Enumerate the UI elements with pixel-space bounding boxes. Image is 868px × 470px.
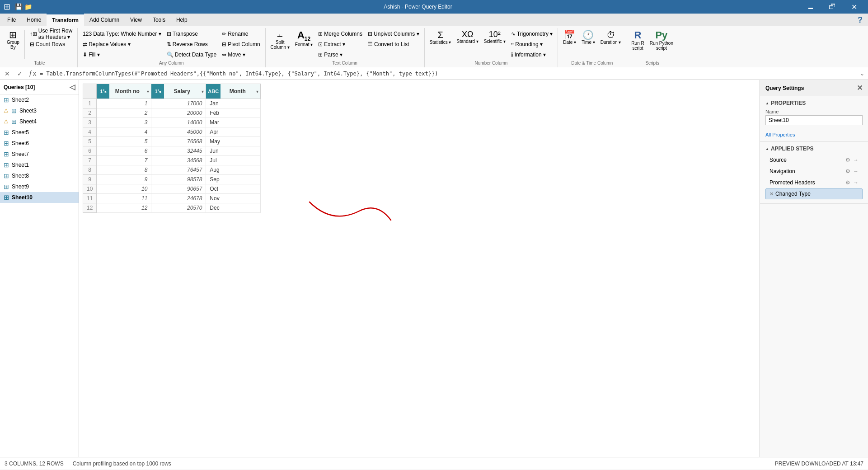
- query-item-sheet8[interactable]: ⊞ Sheet8: [0, 170, 79, 181]
- extract-icon: ⊡: [318, 41, 323, 47]
- count-rows-button[interactable]: ⊟ Count Rows: [28, 39, 75, 49]
- tab-file[interactable]: File: [2, 14, 21, 26]
- sheet2-name: Sheet2: [12, 97, 29, 103]
- duration-button[interactable]: ⏱ Duration ▾: [598, 29, 624, 46]
- query-item-sheet10[interactable]: ⊞ Sheet10: [0, 192, 79, 203]
- scripts-group-label: Scripts: [629, 60, 676, 66]
- tab-transform[interactable]: Transform: [47, 14, 84, 26]
- fill-button[interactable]: ⬇ Fill ▾: [80, 50, 164, 60]
- tab-tools[interactable]: Tools: [147, 14, 171, 26]
- rounding-button[interactable]: ≈ Rounding ▾: [509, 39, 555, 49]
- month-filter-button[interactable]: ▾: [254, 89, 260, 94]
- formula-expand-button[interactable]: ⌄: [858, 70, 866, 77]
- scientific-button[interactable]: 10² Scientific ▾: [482, 29, 508, 45]
- status-bar: 3 COLUMNS, 12 ROWS Column profiling base…: [0, 457, 868, 470]
- tab-help[interactable]: Help: [171, 14, 193, 26]
- query-item-sheet5[interactable]: ⊞ Sheet5: [0, 127, 79, 138]
- query-item-sheet4[interactable]: ⚠ ⊞ Sheet4: [0, 116, 79, 127]
- step-navigation[interactable]: Navigation ⚙ →: [765, 166, 863, 177]
- sheet2-icon: ⊞: [4, 96, 9, 103]
- step-source-gear[interactable]: ⚙: [845, 157, 850, 163]
- step-promoted-headers-label: Promoted Headers: [769, 179, 815, 186]
- reverse-rows-button[interactable]: ⇅ Reverse Rows: [164, 39, 219, 49]
- pivot-column-button[interactable]: ⊟ Pivot Column: [220, 39, 262, 49]
- information-button[interactable]: ℹ Information ▾: [509, 50, 555, 60]
- cell-salary: 24678: [151, 194, 206, 203]
- query-item-sheet2[interactable]: ⊞ Sheet2: [0, 94, 79, 105]
- formula-confirm-button[interactable]: ✓: [14, 68, 25, 79]
- query-item-sheet7[interactable]: ⊞ Sheet7: [0, 149, 79, 160]
- data-type-button[interactable]: 123 Data Type: Whole Number ▾: [80, 29, 164, 39]
- format-button[interactable]: A12 Format ▾: [293, 29, 315, 48]
- step-changed-type-delete[interactable]: ✕: [769, 191, 774, 197]
- convert-to-list-button[interactable]: ☰ Convert to List: [366, 39, 422, 49]
- sheet9-name: Sheet9: [12, 183, 29, 190]
- cell-salary: 32445: [151, 146, 206, 156]
- formula-cancel-button[interactable]: ✕: [2, 68, 13, 79]
- qs-properties-header: PROPERTIES: [765, 100, 863, 106]
- formula-input[interactable]: [40, 70, 856, 77]
- formula-function-button[interactable]: ƒx: [27, 68, 38, 79]
- trigonometry-button[interactable]: ∿ Trigonometry ▾: [509, 29, 555, 39]
- qs-all-properties-link[interactable]: All Properties: [765, 132, 795, 137]
- cell-salary: 76457: [151, 165, 206, 175]
- run-r-script-button[interactable]: R Run Rscript: [629, 29, 646, 52]
- qs-name-input[interactable]: [765, 115, 863, 125]
- number-column-group-label: Number Column: [427, 60, 555, 66]
- column-header-salary[interactable]: 1²₃ Salary ▾: [151, 84, 206, 99]
- step-changed-type[interactable]: ✕ Changed Type: [765, 188, 863, 199]
- step-promoted-headers[interactable]: Promoted Headers ⚙ →: [765, 177, 863, 188]
- sheet5-icon: ⊞: [4, 129, 9, 136]
- split-column-button[interactable]: ⫠ SplitColumn ▾: [268, 29, 292, 51]
- sheet10-name: Sheet10: [12, 194, 33, 201]
- tab-home[interactable]: Home: [21, 14, 47, 26]
- query-item-sheet1[interactable]: ⊞ Sheet1: [0, 160, 79, 170]
- month-no-filter-button[interactable]: ▾: [145, 89, 151, 94]
- extract-button[interactable]: ⊡ Extract ▾: [316, 39, 365, 49]
- tab-add-column[interactable]: Add Column: [84, 14, 125, 26]
- detect-data-type-button[interactable]: 🔍 Detect Data Type: [164, 50, 219, 60]
- qs-close-button[interactable]: ✕: [857, 84, 863, 92]
- query-item-sheet3[interactable]: ⚠ ⊞ Sheet3: [0, 105, 79, 116]
- run-python-script-button[interactable]: Py Run Pythonscript: [647, 29, 676, 52]
- sheet4-warn-icon: ⚠: [4, 118, 9, 125]
- column-header-month[interactable]: ABC Month ▾: [206, 84, 261, 99]
- restore-button[interactable]: 🗗: [822, 0, 843, 14]
- query-item-sheet9[interactable]: ⊞ Sheet9: [0, 181, 79, 192]
- column-header-month-no[interactable]: 1²₃ Month no ▾: [97, 84, 151, 99]
- queries-list: ⊞ Sheet2 ⚠ ⊞ Sheet3 ⚠ ⊞ Sheet4 ⊞ Sheet5 …: [0, 94, 79, 203]
- queries-collapse-button[interactable]: ◁: [70, 83, 75, 91]
- cell-month: Aug: [206, 165, 261, 175]
- merge-columns-button[interactable]: ⊞ Merge Columns: [316, 29, 365, 39]
- standard-button[interactable]: XΩ Standard ▾: [454, 29, 480, 45]
- date-button[interactable]: 📅 Date ▾: [561, 29, 578, 46]
- step-source-nav[interactable]: →: [853, 157, 859, 163]
- step-source[interactable]: Source ⚙ →: [765, 155, 863, 165]
- minimize-button[interactable]: 🗕: [800, 0, 821, 14]
- table-row: 9 9 98578 Sep: [83, 175, 261, 184]
- cell-salary: 34568: [151, 156, 206, 165]
- use-first-row-button[interactable]: ↑⊞ Use First Rowas Headers ▾: [28, 29, 75, 39]
- ribbon-group-any-column: 123 Data Type: Whole Number ▾ ⇄ Replace …: [78, 28, 265, 67]
- statistics-button[interactable]: Σ Statistics ▾: [427, 29, 454, 46]
- replace-values-button[interactable]: ⇄ Replace Values ▾: [80, 39, 164, 49]
- unpivot-columns-button[interactable]: ⊟ Unpivot Columns ▾: [366, 29, 422, 39]
- step-navigation-gear[interactable]: ⚙: [845, 168, 850, 174]
- data-area[interactable]: 1²₃ Month no ▾ 1²₃ Salary ▾: [79, 80, 760, 457]
- step-promoted-headers-gear[interactable]: ⚙: [845, 179, 850, 186]
- close-button[interactable]: ✕: [844, 0, 864, 14]
- transpose-button[interactable]: ⊟ Transpose: [164, 29, 219, 39]
- move-button[interactable]: ⇔ Move ▾: [220, 50, 262, 60]
- step-promoted-headers-nav[interactable]: →: [853, 179, 859, 186]
- group-by-button[interactable]: ⊞ GroupBy: [5, 29, 22, 51]
- step-navigation-nav[interactable]: →: [853, 168, 859, 174]
- rename-button[interactable]: ✏ Rename: [220, 29, 262, 39]
- query-item-sheet6[interactable]: ⊞ Sheet6: [0, 138, 79, 149]
- tab-view[interactable]: View: [125, 14, 147, 26]
- cell-salary: 14000: [151, 118, 206, 127]
- parse-button[interactable]: ⊞ Parse ▾: [316, 50, 365, 60]
- salary-filter-button[interactable]: ▾: [200, 89, 206, 94]
- cell-month: Jul: [206, 156, 261, 165]
- time-button[interactable]: 🕐 Time ▾: [579, 29, 597, 46]
- table-row: 10 10 90657 Oct: [83, 184, 261, 194]
